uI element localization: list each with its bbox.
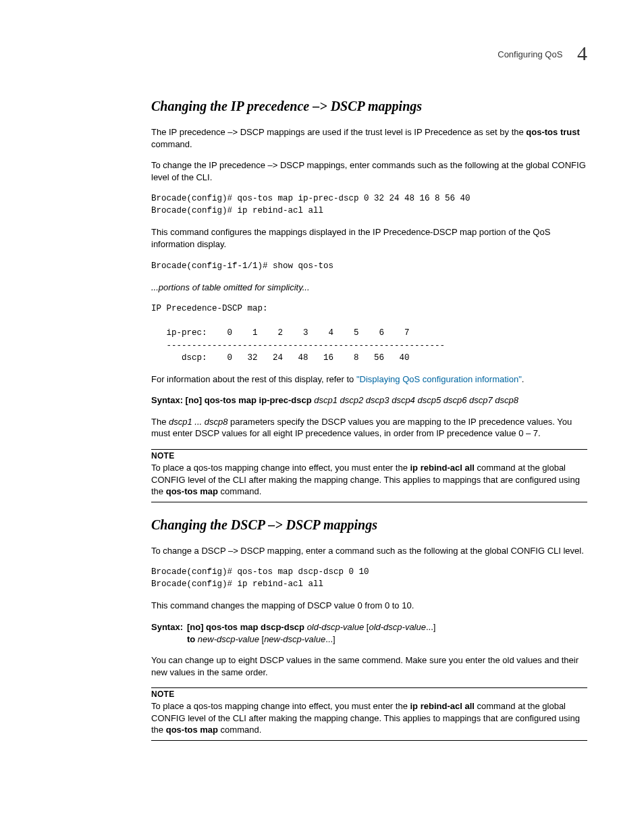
command-name: qos-tos trust xyxy=(526,127,579,137)
syntax-command: [no] qos-tos map dscp-dscp xyxy=(187,622,304,632)
text: ...] xyxy=(325,634,335,644)
text: command. xyxy=(218,486,261,496)
command-name: ip rebind-acl all xyxy=(410,463,475,473)
cross-reference-link[interactable]: "Displaying QoS configuration informatio… xyxy=(356,374,522,384)
running-title: Configuring QoS xyxy=(498,49,562,59)
text: The IP precedence –> DSCP mappings are u… xyxy=(151,127,526,137)
paragraph: You can change up to eight DSCP values i… xyxy=(151,654,587,678)
text: command. xyxy=(218,725,261,735)
omitted-note: ...portions of table omitted for simplic… xyxy=(151,282,587,294)
cli-block: Brocade(config-if-1/1)# show qos-tos xyxy=(151,260,587,272)
param-names: dscp1 ... dscp8 xyxy=(169,417,227,427)
text: ...] xyxy=(426,622,435,632)
command-name: ip rebind-acl all xyxy=(410,701,475,711)
cli-block: IP Precedence-DSCP map: ip-prec: 0 1 2 3… xyxy=(151,303,587,364)
cli-block: Brocade(config)# qos-tos map dscp-dscp 0… xyxy=(151,566,587,590)
command-name: qos-tos map xyxy=(166,486,218,496)
paragraph: The IP precedence –> DSCP mappings are u… xyxy=(151,126,587,150)
syntax-args: dscp1 dscp2 dscp3 dscp4 dscp5 dscp6 dscp… xyxy=(312,395,518,405)
command-name: qos-tos map xyxy=(166,725,218,735)
syntax-arg: old-dscp-value xyxy=(304,622,364,632)
text: To place a qos-tos mapping change into e… xyxy=(151,701,410,711)
paragraph: For information about the rest of this d… xyxy=(151,373,587,386)
syntax-command: to xyxy=(187,634,195,644)
syntax-arg: old-dscp-value xyxy=(369,622,426,632)
running-header: Configuring QoS 4 xyxy=(151,42,587,65)
text: To place a qos-tos mapping change into e… xyxy=(151,463,410,473)
note-block: NOTE To place a qos-tos mapping change i… xyxy=(151,449,587,502)
paragraph: This command configures the mappings dis… xyxy=(151,226,587,250)
section-heading-dscp-dscp: Changing the DSCP –> DSCP mappings xyxy=(151,517,587,533)
text: command. xyxy=(151,139,192,149)
text: For information about the rest of this d… xyxy=(151,374,356,384)
cli-block: Brocade(config)# qos-tos map ip-prec-dsc… xyxy=(151,192,587,217)
paragraph: To change a DSCP –> DSCP mapping, enter … xyxy=(151,545,587,557)
section-heading-ip-prec: Changing the IP precedence –> DSCP mappi… xyxy=(151,99,587,114)
page: Configuring QoS 4 Changing the IP preced… xyxy=(0,0,644,834)
syntax-label: Syntax: xyxy=(151,395,186,405)
note-block: NOTE To place a qos-tos mapping change i… xyxy=(151,687,587,741)
syntax-command: [no] qos-tos map ip-prec-dscp xyxy=(186,395,312,405)
note-label: NOTE xyxy=(151,451,587,461)
syntax-line: Syntax: [no] qos-tos map ip-prec-dscp ds… xyxy=(151,394,587,407)
chapter-number: 4 xyxy=(577,42,587,64)
text: . xyxy=(522,374,525,384)
syntax-arg: new-dscp-value xyxy=(264,634,325,644)
paragraph: The dscp1 ... dscp8 parameters specify t… xyxy=(151,416,587,440)
paragraph: To change the IP precedence –> DSCP mapp… xyxy=(151,159,587,183)
note-body: To place a qos-tos mapping change into e… xyxy=(151,700,587,736)
syntax-line: Syntax: [no] qos-tos map dscp-dscp old-d… xyxy=(151,621,587,645)
paragraph: This command changes the mapping of DSCP… xyxy=(151,600,587,612)
syntax-label: Syntax: xyxy=(151,621,183,645)
note-label: NOTE xyxy=(151,689,587,699)
syntax-arg: new-dscp-value xyxy=(195,634,259,644)
text: The xyxy=(151,417,169,427)
note-body: To place a qos-tos mapping change into e… xyxy=(151,462,587,498)
